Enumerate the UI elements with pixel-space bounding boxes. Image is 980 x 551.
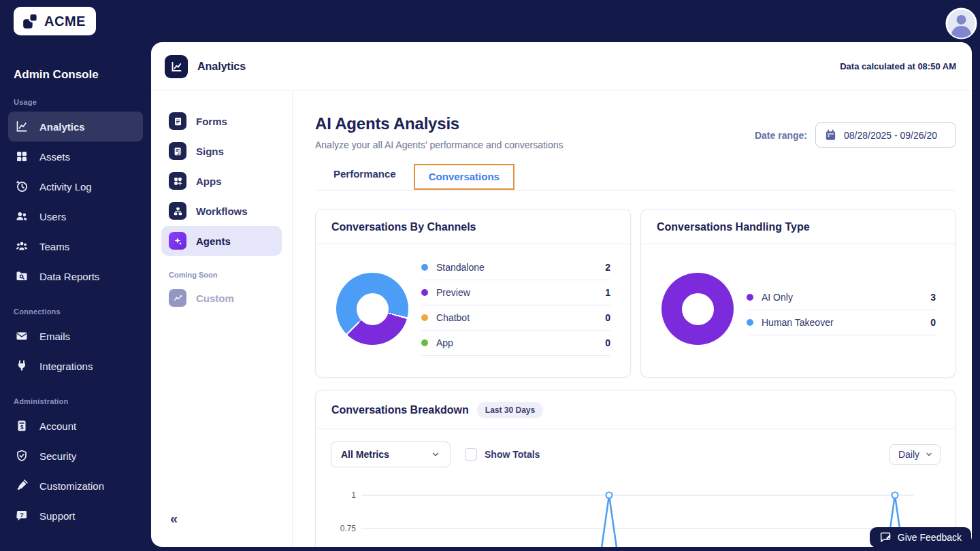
- give-feedback-button[interactable]: Give Feedback: [870, 527, 971, 548]
- collapse-sidebar-button[interactable]: «: [170, 512, 178, 525]
- legend-value: 2: [605, 262, 610, 273]
- sidebar-item-security[interactable]: Security: [8, 441, 143, 471]
- subnav-item-custom[interactable]: Custom: [161, 283, 282, 313]
- sidebar-item-emails[interactable]: Emails: [8, 321, 143, 351]
- handling-type-card: Conversations Handling Type AI Only 3: [640, 209, 956, 378]
- legend-label: Standalone: [436, 262, 485, 273]
- subnav-item-apps[interactable]: Apps: [161, 166, 282, 196]
- subnav-item-agents[interactable]: Agents: [161, 226, 282, 256]
- sidebar-item-label: Integrations: [39, 361, 93, 372]
- sidebar-item-teams[interactable]: Teams: [8, 231, 143, 261]
- breakdown-card: Conversations Breakdown Last 30 Days All…: [315, 390, 956, 547]
- subnav-item-label: Workflows: [196, 205, 248, 217]
- user-avatar[interactable]: [945, 7, 977, 39]
- account-icon: $: [15, 419, 29, 433]
- integrations-icon: [15, 359, 29, 373]
- sidebar-item-label: Emails: [39, 331, 70, 342]
- svg-text:$: $: [20, 424, 24, 431]
- date-range-input[interactable]: 08/28/2025 - 09/26/20: [815, 122, 956, 148]
- svg-text:?: ?: [20, 512, 24, 518]
- panel-header: Analytics Data calculated at 08:50 AM: [151, 42, 972, 91]
- sidebar-item-label: Customization: [39, 480, 104, 492]
- metrics-select[interactable]: All Metrics: [331, 441, 451, 467]
- activity-log-icon: [15, 180, 29, 193]
- sidebar-item-label: Assets: [39, 151, 70, 163]
- legend-row-human-takeover: Human Takeover 0: [747, 310, 936, 335]
- feedback-icon: [879, 531, 892, 544]
- legend-row-app: App 0: [421, 331, 610, 356]
- sidebar-item-assets[interactable]: Assets: [8, 141, 143, 171]
- analytics-icon: [15, 120, 29, 133]
- legend-value: 0: [605, 312, 610, 323]
- interval-select[interactable]: Daily: [889, 444, 941, 465]
- last-30-days-badge: Last 30 Days: [477, 402, 543, 418]
- sidebar-item-label: Support: [39, 510, 76, 522]
- subnav-item-signs[interactable]: Signs: [161, 136, 282, 166]
- sidebar-item-data-reports[interactable]: Data Reports: [8, 261, 143, 291]
- legend-row-preview: Preview 1: [421, 280, 610, 305]
- human-takeover-dot: [747, 319, 753, 326]
- ai-only-dot: [747, 294, 753, 301]
- sidebar-title: Admin Console: [14, 68, 137, 82]
- channels-card: Conversations By Channels Standalone 2: [315, 209, 631, 378]
- teams-icon: [15, 239, 29, 253]
- data-reports-icon: [15, 269, 29, 283]
- page-subtitle: Analyze your all AI Agents' performance …: [315, 139, 564, 150]
- sidebar-section-connections: Connections: [14, 307, 137, 316]
- subnav-item-label: Signs: [196, 146, 224, 157]
- legend-value: 0: [605, 337, 610, 348]
- feedback-label: Give Feedback: [898, 532, 962, 543]
- subnav-item-label: Custom: [196, 293, 234, 304]
- sidebar-section-administration: Administration: [14, 397, 137, 405]
- emails-icon: [15, 329, 29, 343]
- brand-name: ACME: [44, 14, 86, 29]
- sidebar-item-account[interactable]: $ Account: [8, 411, 143, 441]
- sidebar-item-customization[interactable]: Customization: [8, 471, 143, 501]
- date-range-value: 08/28/2025 - 09/26/20: [844, 130, 937, 141]
- sidebar-item-users[interactable]: Users: [8, 201, 143, 231]
- calendar-icon: [824, 129, 837, 141]
- acme-logo[interactable]: ACME: [14, 7, 96, 35]
- panel-title: Analytics: [197, 61, 246, 73]
- data-calculated-status: Data calculated at 08:50 AM: [840, 61, 956, 71]
- users-icon: [15, 210, 29, 223]
- analytics-header-icon: [165, 55, 188, 78]
- subnav-item-workflows[interactable]: Workflows: [161, 196, 282, 226]
- preview-dot: [421, 289, 428, 296]
- breakdown-title: Conversations Breakdown: [331, 404, 469, 416]
- sidebar-item-label: Users: [39, 211, 66, 222]
- subnav-item-label: Apps: [196, 176, 222, 187]
- sidebar-item-label: Analytics: [39, 121, 85, 133]
- legend-row-chatbot: Chatbot 0: [421, 305, 610, 331]
- legend-label: Human Takeover: [762, 317, 834, 328]
- forms-icon: [169, 112, 186, 130]
- sidebar-section-usage: Usage: [14, 98, 137, 106]
- chatbot-dot: [421, 314, 428, 321]
- subnav-item-forms[interactable]: Forms: [161, 106, 282, 136]
- sidebar-item-support[interactable]: ? Support: [8, 501, 143, 531]
- subnav-item-label: Agents: [196, 235, 231, 247]
- sidebar-item-analytics[interactable]: Analytics: [8, 112, 143, 141]
- show-totals-checkbox[interactable]: [465, 448, 477, 461]
- legend-value: 1: [605, 287, 610, 298]
- sidebar-item-integrations[interactable]: Integrations: [8, 351, 143, 381]
- y-tick-075: 0.75: [340, 524, 357, 533]
- agents-icon: [169, 232, 186, 250]
- sidebar-item-label: Data Reports: [39, 271, 99, 282]
- app-dot: [421, 339, 428, 346]
- main-panel: Analytics Data calculated at 08:50 AM Fo…: [151, 42, 972, 547]
- tab-performance[interactable]: Performance: [333, 168, 396, 190]
- sidebar-item-label: Teams: [39, 241, 69, 252]
- tab-conversations[interactable]: Conversations: [414, 164, 514, 190]
- legend-label: Preview: [436, 287, 470, 298]
- sidebar-item-activity-log[interactable]: Activity Log: [8, 171, 143, 201]
- coming-soon-label: Coming Soon: [169, 271, 274, 279]
- legend-label: AI Only: [762, 292, 793, 303]
- metrics-select-value: All Metrics: [341, 449, 389, 460]
- apps-icon: [169, 172, 186, 190]
- sidebar-item-label: Activity Log: [39, 181, 92, 193]
- handling-donut-chart: [662, 273, 734, 345]
- subnav-item-label: Forms: [196, 116, 227, 127]
- channels-donut-chart: [336, 273, 408, 345]
- channels-card-title: Conversations By Channels: [316, 210, 630, 244]
